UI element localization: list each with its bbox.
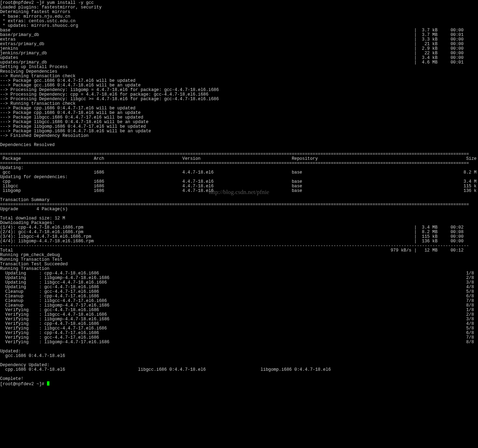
terminal-line: Transaction Summary xyxy=(0,198,478,202)
terminal-line: Transaction Test Succeeded xyxy=(0,262,478,267)
terminal-line: Setting up Install Process xyxy=(0,65,478,69)
terminal-line xyxy=(0,358,478,363)
terminal-line: Total download size: 12 M xyxy=(0,216,478,221)
terminal-line: (4/4): libgomp-4.4.7-18.el6.i686.rpm| 13… xyxy=(0,239,478,244)
terminal-line: libgomp i686 4.4.7-18.el6 base136 k xyxy=(0,189,478,193)
command-text: yum install -y gcc xyxy=(47,0,94,5)
terminal-line: Running rpm_check_debug xyxy=(0,253,478,258)
terminal-line: extras/primary_db| 21 kB 00:00 xyxy=(0,42,478,47)
terminal-line xyxy=(0,212,478,216)
terminal-line: updates| 3.4 kB 00:00 xyxy=(0,56,478,60)
shell-prompt-line[interactable]: [root@npfdev2 ~]# xyxy=(0,381,478,387)
terminal-line: gcc.i686 0:4.4.7-18.el6 xyxy=(0,354,478,358)
terminal-line: updates/primary_db| 4.6 MB 00:01 xyxy=(0,60,478,65)
terminal-line: jenkins| 2.9 kB 00:00 xyxy=(0,47,478,51)
terminal-line xyxy=(0,372,478,377)
terminal-line: Package Arch Version RepositorySize xyxy=(0,157,478,161)
terminal-line: Upgrade 4 Package(s) xyxy=(0,207,478,212)
terminal-line: gcc i686 4.4.7-18.el6 base8.2 M xyxy=(0,170,478,175)
terminal-line: Determining fastest mirrors xyxy=(0,10,478,14)
terminal-line: jenkins/primary_db| 22 kB 00:00 xyxy=(0,51,478,56)
shell-prompt: [root@npfdev2 ~]# xyxy=(0,382,47,387)
terminal-line: base| 3.7 kB 00:00 xyxy=(0,28,478,33)
terminal-line: Total979 kB/s | 12 MB 00:12 xyxy=(0,248,478,253)
terminal-line: Running Transaction Test xyxy=(0,258,478,262)
terminal-line xyxy=(0,147,478,152)
terminal-line xyxy=(0,345,478,349)
shell-prompt: [root@npfdev2 ~]# xyxy=(0,0,47,5)
terminal-line: Complete! xyxy=(0,377,478,381)
terminal-line: Loaded plugins: fastestmirror, security xyxy=(0,5,478,10)
separator-line: ========================================… xyxy=(0,161,478,166)
terminal-line: Dependencies Resolved xyxy=(0,143,478,147)
terminal-line: * updates: mirrors.shuosc.org xyxy=(0,24,478,28)
separator-line: ========================================… xyxy=(0,202,478,207)
terminal[interactable]: [root@npfdev2 ~]# yum install -y gccLoad… xyxy=(0,0,478,387)
terminal-line: base/primary_db| 3.7 MB 00:01 xyxy=(0,33,478,37)
terminal-line: extras| 3.3 kB 00:00 xyxy=(0,37,478,42)
terminal-line: cpp.i686 0:4.4.7-18.el6 libgcc.i686 0:4.… xyxy=(0,368,478,372)
cursor xyxy=(47,381,49,386)
terminal-line: Verifying : libgomp-4.4.7-17.el6.i6868/8 xyxy=(0,340,478,345)
terminal-line: --> Finished Dependency Resolution xyxy=(0,134,478,138)
terminal-line xyxy=(0,138,478,143)
terminal-line xyxy=(0,193,478,198)
